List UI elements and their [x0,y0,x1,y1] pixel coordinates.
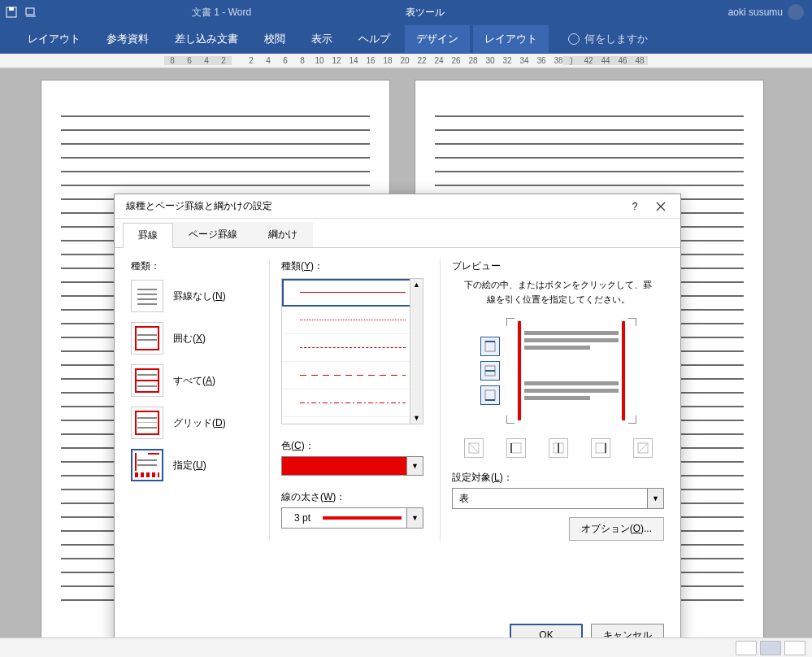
border-vmiddle-toggle[interactable] [549,438,568,458]
ruler-left-margin: 8642 [164,56,232,65]
user-name[interactable]: aoki susumu [728,4,812,20]
dialog-title: 線種とページ罫線と綱かけの設定 [126,199,622,213]
color-picker[interactable]: ▼ [281,456,423,476]
line-style-dotted[interactable] [282,307,423,334]
close-button[interactable] [648,197,674,216]
tab-mailings[interactable]: 差し込み文書 [163,25,250,53]
border-left-toggle[interactable] [506,438,526,458]
color-swatch [282,457,406,475]
tab-page-border[interactable]: ページ罫線 [173,222,253,247]
tab-borders[interactable]: 罫線 [123,223,173,248]
contextual-tool-title: 表ツール [397,6,453,20]
setting-grid[interactable]: グリッド(D) [131,407,253,439]
width-picker[interactable]: 3 pt ▼ [281,507,423,529]
ribbon: レイアウト 参考資料 差し込み文書 校閲 表示 ヘルプ デザイン レイアウト 何… [0,24,812,54]
avatar-icon [788,4,804,20]
chevron-down-icon[interactable]: ▼ [406,508,423,528]
apply-to-value: 表 [453,492,647,506]
options-button[interactable]: オプション(O)... [569,517,664,541]
settings-column: 種類： 罫線なし(N) 囲む(X) すべて(A) グリッド(D) [131,259,253,541]
width-preview [323,516,402,520]
view-read-mode[interactable] [736,641,757,655]
close-icon [656,202,666,211]
color-label: 色(C)： [281,439,423,453]
dialog-titlebar: 線種とページ罫線と綱かけの設定 ? [115,194,680,219]
ruler-main: 2468101214161820222426283032343638 [246,56,563,65]
bulb-icon [568,33,580,45]
dialog-tabs: 罫線 ページ罫線 綱かけ [115,222,680,248]
setting-none[interactable]: 罫線なし(N) [131,280,253,312]
svg-line-18 [638,443,648,453]
tab-table-design[interactable]: デザイン [405,25,470,53]
svg-rect-1 [9,7,14,11]
width-label: 線の太さ(W)： [281,490,423,504]
save-icon[interactable] [5,6,18,19]
border-right-toggle[interactable] [591,438,610,458]
ruler[interactable]: 8642 2468101214161820222426283032343638 … [0,54,812,68]
svg-rect-7 [485,390,495,400]
line-style-dashdot[interactable] [282,389,423,417]
svg-rect-3 [485,342,495,351]
tab-layout[interactable]: レイアウト [16,25,92,53]
doc-title: 文書 1 - Word [192,6,251,20]
tab-help[interactable]: ヘルプ [347,25,402,53]
setting-all[interactable]: すべて(A) [131,364,253,397]
scroll-up-icon[interactable]: ▲ [411,279,422,290]
border-top-toggle[interactable] [480,337,500,356]
tab-references[interactable]: 参考資料 [95,25,160,53]
line-style-dash-s[interactable] [282,334,423,362]
svg-line-10 [469,443,479,453]
scroll-down-icon[interactable]: ▼ [411,412,422,424]
border-diag-up-toggle[interactable] [633,438,653,458]
apply-to-label: 設定対象(L)： [452,471,664,485]
view-web-layout[interactable] [784,641,805,655]
svg-rect-2 [26,8,34,15]
chevron-down-icon[interactable]: ▼ [647,489,663,508]
view-print-layout[interactable] [760,641,781,655]
document-area[interactable]: 線種とページ罫線と綱かけの設定 ? 罫線 ページ罫線 綱かけ 種類： 罫線なし(… [0,68,812,654]
line-style-list[interactable]: ▲▼ [281,278,423,424]
line-style-solid[interactable] [282,279,423,307]
setting-box[interactable]: 囲む(X) [131,322,253,355]
ruler-right-margin: )42444648 [563,56,648,65]
style-label: 種類(Y)： [281,259,423,273]
preview-label: プレビュー [452,259,664,273]
svg-rect-11 [511,443,521,453]
tab-review[interactable]: 校閲 [253,25,297,53]
tab-shading[interactable]: 綱かけ [253,222,313,247]
statusbar [0,637,812,657]
preview-column: プレビュー 下の絵の中、またはボタンをクリックして、罫線を引く位置を指定してくだ… [440,259,664,541]
tab-view[interactable]: 表示 [300,25,344,53]
chevron-down-icon[interactable]: ▼ [406,457,423,475]
width-value: 3 pt [282,512,323,524]
customize-icon[interactable] [24,6,37,19]
settings-label: 種類： [131,259,253,273]
border-bottom-toggle[interactable] [480,385,500,405]
setting-custom[interactable]: 指定(U) [131,449,253,481]
titlebar: 文書 1 - Word 表ツール aoki susumu [0,0,812,24]
border-diag-down-toggle[interactable] [464,438,484,458]
tell-me[interactable]: 何をしますか [568,32,648,46]
tab-table-layout[interactable]: レイアウト [473,25,549,53]
style-column: 種類(Y)： ▲▼ 色(C)： ▼ 線の太 [269,259,423,541]
style-scrollbar[interactable]: ▲▼ [410,279,423,424]
borders-shading-dialog: 線種とページ罫線と綱かけの設定 ? 罫線 ページ罫線 綱かけ 種類： 罫線なし(… [114,194,681,657]
preview-canvas[interactable] [506,318,636,424]
line-style-dash-l[interactable] [282,362,423,389]
preview-hint: 下の絵の中、またはボタンをクリックして、罫線を引く位置を指定してください。 [452,278,664,307]
help-button[interactable]: ? [622,197,648,216]
apply-to-picker[interactable]: 表 ▼ [452,488,664,509]
svg-rect-15 [596,443,606,453]
border-hmiddle-toggle[interactable] [480,361,500,381]
